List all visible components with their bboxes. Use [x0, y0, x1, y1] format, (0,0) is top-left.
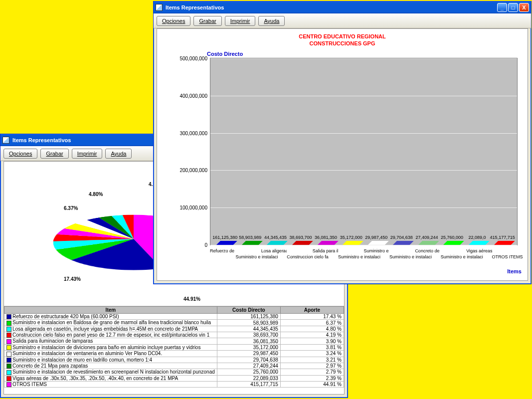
x-category: Construccion cielo fa [287, 248, 312, 263]
opciones-button[interactable]: Opciones [3, 149, 37, 159]
bar-chart: CENTRO EDUCATIVO REGIONAL CONSTRUCCIONES… [162, 33, 523, 275]
items-table: Item Costo Directo Aporte Refuerzo de es… [4, 306, 344, 388]
grabar-button[interactable]: Grabar [193, 16, 221, 26]
bar-value-label: 36,081,350 [315, 235, 337, 240]
x-category: Suministro e instalaci [441, 248, 466, 263]
imprimir-button[interactable]: Imprimir [72, 149, 103, 159]
ayuda-button[interactable]: Ayuda [258, 16, 285, 26]
y-tick: 400,000,000 [179, 93, 210, 98]
bar-value-label: 44,345,435 [264, 235, 287, 240]
bar-value-label: 35,172,000 [340, 235, 362, 240]
items-table-wrap[interactable]: Item Costo Directo Aporte Refuerzo de es… [4, 306, 344, 394]
bar-value-label: 38,693,700 [289, 235, 312, 240]
x-category: Suministro e instalaci [338, 248, 363, 263]
color-swatch [6, 314, 11, 319]
window-title: Items Representativos [12, 137, 71, 143]
table-row[interactable]: Refuerzo de estructurade 420 Mpa (60.000… [4, 314, 344, 320]
maximize-button[interactable]: □ [508, 3, 518, 12]
table-row[interactable]: Suministro e instalacion en Baldosa de g… [4, 320, 344, 326]
bar-value-label: 29,704,638 [390, 235, 413, 240]
bar-value-label: 25,760,000 [441, 235, 463, 240]
color-swatch [6, 345, 11, 350]
table-row[interactable]: Suministro e instalacion de diviciones p… [4, 344, 344, 350]
color-swatch [6, 333, 11, 338]
bar-value-label: 22,089,0 [469, 235, 486, 240]
y-tick: 500,000,000 [179, 56, 210, 61]
ayuda-button[interactable]: Ayuda [105, 149, 132, 159]
front-content: CENTRO EDUCATIVO REGIONAL CONSTRUCCIONES… [157, 28, 528, 281]
table-row[interactable]: Construccion cielo falso en panel yeso d… [4, 332, 344, 338]
x-axis-label: Items [507, 268, 522, 274]
chart-title-1: CENTRO EDUCATIVO REGIONAL [162, 33, 523, 40]
titlebar-front[interactable]: Items Representativos _ □ X [154, 1, 531, 13]
color-swatch [6, 358, 11, 363]
table-row[interactable]: Suministro e instalacion de muro en ladr… [4, 357, 344, 363]
grabar-button[interactable]: Grabar [40, 149, 68, 159]
pie-percent-label: 17.43% [64, 276, 81, 282]
window-items-front: Items Representativos _ □ X Opciones Gra… [153, 1, 532, 284]
window-title: Items Representativos [166, 4, 224, 10]
close-button[interactable]: X [519, 3, 529, 12]
minimize-button[interactable]: _ [497, 3, 507, 12]
y-axis-label: Costo Directo [207, 51, 243, 57]
x-category: OTROS ITEMS [492, 248, 518, 263]
color-swatch [6, 339, 11, 344]
bar-value-label: 27,409,244 [415, 235, 438, 240]
color-swatch [6, 327, 11, 332]
table-row[interactable]: Suministro e instalacion de revestimient… [4, 369, 344, 375]
table-row[interactable]: Salida para iluminacion de lamparas36,08… [4, 338, 344, 344]
color-swatch [6, 376, 11, 381]
imprimir-button[interactable]: Imprimir [225, 16, 256, 26]
chart-title-2: CONSTRUCCIONES GPG [162, 40, 523, 47]
color-swatch [6, 364, 11, 369]
bar-value-label: 161,125,380 [212, 235, 237, 240]
plot-area: 161,125,38058,903,98944,345,43538,693,70… [210, 58, 518, 245]
app-icon [156, 4, 163, 11]
toolbar-front: Opciones Grabar Imprimir Ayuda [154, 13, 531, 28]
x-category: Refuerzo de estructu [210, 248, 235, 263]
color-swatch [6, 321, 11, 326]
bar-value-label: 415,177,715 [490, 235, 515, 240]
y-tick: 100,000,000 [179, 205, 210, 210]
table-row[interactable]: Vigas aéreas de .30x.50, .30x.35, .20x.5… [4, 375, 344, 381]
y-tick: 200,000,000 [179, 168, 210, 173]
x-categories: Refuerzo de estructuSuministro e instala… [210, 248, 518, 263]
pie-percent-label: 44.91% [183, 296, 200, 302]
table-row[interactable]: Suministro e instalacion de ventaneria e… [4, 351, 344, 357]
pie-percent-label: 4.80% [89, 192, 103, 197]
y-tick: 0 [204, 242, 210, 248]
col-aporte: Aporte [280, 307, 344, 314]
col-costo: Costo Directo [217, 307, 280, 314]
bar-value-label: 29,987,450 [365, 235, 387, 240]
pie-percent-label: 6.37% [64, 205, 78, 211]
color-swatch [6, 370, 11, 375]
col-item: Item [4, 307, 217, 314]
app-icon [2, 137, 9, 144]
color-swatch [6, 352, 11, 357]
x-category: Suministro e instalaci [389, 248, 415, 263]
opciones-button[interactable]: Opciones [157, 16, 190, 26]
bar-value-label: 58,903,989 [239, 235, 261, 240]
y-tick: 300,000,000 [179, 130, 210, 136]
x-category: Suministro e instalaci [235, 248, 261, 263]
color-swatch [6, 382, 11, 387]
table-row[interactable]: OTROS ITEMS415,177,71544.91 % [4, 381, 344, 387]
table-row[interactable]: Concreto de 21 Mpa para zapatas27,409,24… [4, 363, 344, 369]
table-row[interactable]: Losa aligerada en casetón, incluye vigas… [4, 326, 344, 332]
